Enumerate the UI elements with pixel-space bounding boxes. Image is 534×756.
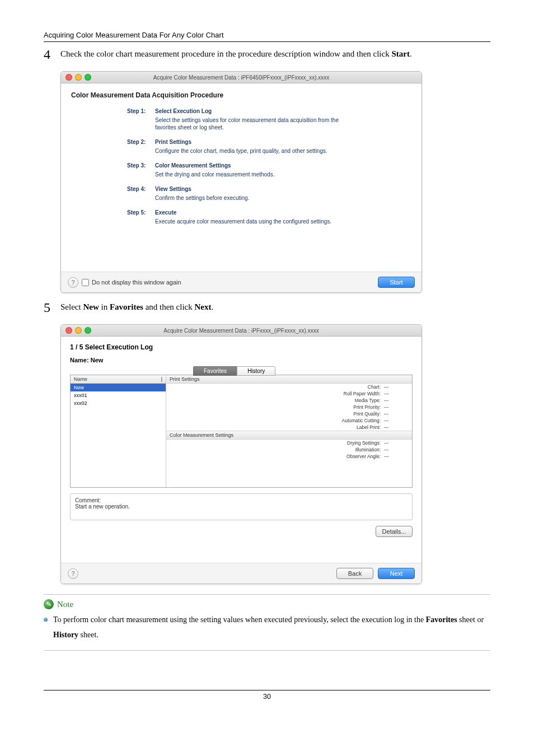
favorites-row-selected[interactable]: New: [71, 384, 166, 391]
zoom-icon[interactable]: [85, 74, 91, 81]
procedure-item: Step 1: Select Execution Log Select the …: [127, 108, 411, 131]
text: sheet.: [78, 631, 99, 639]
procedure-step-label: Step 3:: [127, 162, 155, 178]
procedure-step-desc: Confirm the settings before executing.: [155, 194, 357, 202]
procedure-step-title: View Settings: [155, 186, 411, 192]
titlebar: Acquire Color Measurement Data : iPFxxxx…: [61, 325, 421, 337]
step-4: 4 Check the color chart measurement proc…: [44, 48, 490, 61]
kv-key: Roll Paper Width:: [170, 391, 384, 396]
nav-buttons: Back Next: [336, 568, 415, 579]
procedure-window: Acquire Color Measurement Data : iPF6450…: [60, 71, 422, 293]
procedure-step-label: Step 1:: [127, 108, 155, 131]
note-block: ✎ Note To perform color chart measuremen…: [44, 594, 490, 651]
next-button[interactable]: Next: [378, 568, 415, 579]
kv-row: Illumination:---: [166, 446, 412, 453]
text: sheet or: [457, 615, 484, 624]
traffic-lights: [65, 74, 91, 81]
kv-val: ---: [384, 398, 409, 403]
close-icon[interactable]: [65, 327, 72, 334]
procedure-step-title: Execute: [155, 209, 411, 216]
favorites-row[interactable]: xxx01: [71, 391, 166, 399]
favorites-panel: Name| New xxx01 xxx02 Print Settings Cha…: [70, 375, 413, 488]
note-heading: ✎ Note: [44, 599, 490, 609]
page-footer: 30: [44, 690, 490, 701]
dont-show-again-checkbox[interactable]: [82, 279, 89, 286]
kv-key: Chart:: [170, 384, 384, 390]
kv-val: ---: [384, 447, 409, 452]
kv-key: Drying Settings:: [170, 440, 384, 446]
note-rule-top: [44, 594, 490, 595]
procedure-step-desc: Set the drying and color measurement met…: [155, 171, 357, 178]
favorites-details: Print Settings Chart:--- Roll Paper Widt…: [166, 375, 412, 487]
step-text: Check the color chart measurement proced…: [60, 48, 412, 59]
print-settings-head: Print Settings: [166, 375, 412, 384]
minimize-icon[interactable]: [75, 327, 82, 334]
kv-row: Roll Paper Width:---: [166, 390, 412, 397]
color-measurement-head: Color Measurement Settings: [166, 431, 412, 440]
tab-favorites[interactable]: Favorites: [193, 366, 237, 376]
minimize-icon[interactable]: [75, 74, 82, 81]
kv-row: Chart:---: [166, 384, 412, 390]
window-heading: 1 / 5 Select Execution Log: [70, 343, 413, 351]
procedure-step-label: Step 2:: [127, 139, 155, 155]
comment-text: Start a new operation.: [75, 503, 407, 510]
step-text: Select New in Favorites and then click N…: [60, 301, 213, 312]
window-footer: ? Back Next: [61, 563, 421, 584]
kv-key: Media Type:: [170, 398, 384, 403]
tab-history[interactable]: History: [237, 366, 275, 376]
traffic-lights: [65, 327, 91, 334]
favorites-window: Acquire Color Measurement Data : iPFxxxx…: [60, 324, 422, 584]
procedure-step-label: Step 4:: [127, 186, 155, 202]
favorites-row[interactable]: xxx02: [71, 399, 166, 407]
help-icon[interactable]: ?: [68, 568, 78, 579]
favorites-list-head: Name|: [71, 375, 166, 384]
text-bold: New: [83, 302, 99, 311]
kv-key: Automatic Cutting:: [170, 418, 384, 423]
kv-row: Observer Angle:---: [166, 453, 412, 460]
name-row: Name: New: [70, 357, 413, 363]
procedure-step-label: Step 5:: [127, 209, 155, 225]
step-number: 4: [44, 48, 60, 61]
titlebar: Acquire Color Measurement Data : iPF6450…: [61, 72, 421, 83]
kv-val: ---: [384, 404, 409, 410]
details-button[interactable]: Details...: [376, 526, 413, 537]
tabbar: Favorites History: [193, 366, 413, 375]
text-bold: Favorites: [426, 615, 457, 624]
procedure-content: Color Measurement Settings Set the dryin…: [155, 162, 411, 178]
help-icon[interactable]: ?: [68, 277, 78, 288]
text-bold: Favorites: [110, 302, 143, 311]
footer-rule: [44, 690, 490, 690]
zoom-icon[interactable]: [85, 327, 91, 334]
col-sep: |: [161, 376, 162, 382]
text: Select: [60, 302, 83, 311]
kv-val: ---: [384, 454, 409, 459]
note-rule-bottom: [44, 650, 490, 651]
comment-box: Comment: Start a new operation.: [70, 493, 413, 520]
page-number: 30: [263, 693, 271, 701]
window-body: Color Measurement Data Acquisition Proce…: [61, 83, 421, 272]
close-icon[interactable]: [65, 74, 72, 81]
name-value: New: [91, 357, 104, 363]
details-row: Details...: [70, 526, 413, 537]
kv-row: Automatic Cutting:---: [166, 417, 412, 424]
col-name: Name: [74, 376, 87, 382]
procedure-step-title: Select Execution Log: [155, 108, 411, 114]
text: To perform color chart measurement using…: [53, 615, 426, 624]
back-button[interactable]: Back: [336, 568, 373, 579]
kv-row: Label Print:---: [166, 424, 412, 431]
window-title: Acquire Color Measurement Data : iPF6450…: [61, 74, 421, 81]
step-number: 5: [44, 301, 60, 314]
procedure-item: Step 2: Print Settings Configure the col…: [127, 139, 411, 155]
note-text: To perform color chart measurement using…: [53, 613, 490, 642]
text: and then click: [143, 302, 195, 311]
step-5: 5 Select New in Favorites and then click…: [44, 301, 490, 314]
section-title: Acquiring Color Measurement Data For Any…: [44, 31, 490, 42]
start-button[interactable]: Start: [378, 277, 415, 288]
text-bold: Start: [391, 49, 410, 58]
procedure-item: Step 3: Color Measurement Settings Set t…: [127, 162, 411, 178]
text-bold: Next: [195, 302, 212, 311]
kv-val: ---: [384, 391, 409, 396]
procedure-content: View Settings Confirm the settings befor…: [155, 186, 411, 202]
dont-show-again-label: Do not display this window again: [92, 279, 181, 286]
procedure-content: Select Execution Log Select the settings…: [155, 108, 411, 131]
